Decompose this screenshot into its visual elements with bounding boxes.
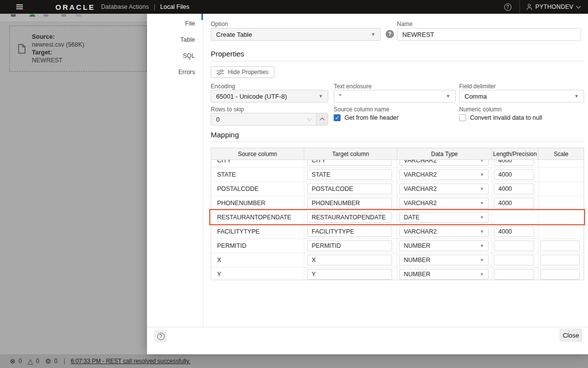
source-column-cell: POSTALCODE xyxy=(211,185,259,192)
convert-invalid-data-checkbox[interactable] xyxy=(459,114,466,121)
data-type-value: VARCHAR2 xyxy=(404,200,437,207)
table-row: STATE STATE VARCHAR2 ▼ 4000 xyxy=(211,168,584,182)
name-label: Name xyxy=(397,21,413,27)
field-delimiter-value: Comma xyxy=(465,93,487,100)
data-type-select[interactable]: VARCHAR2 ▼ xyxy=(399,226,489,237)
option-select[interactable]: Create Table ▼ xyxy=(211,28,381,41)
length-precision-input[interactable]: 4000 xyxy=(494,198,534,209)
length-precision-input[interactable]: 4000 xyxy=(494,184,534,194)
dropdown-caret-icon: ▼ xyxy=(480,243,484,248)
chevron-down-icon xyxy=(576,3,581,8)
card-target-value: NEWREST xyxy=(32,56,84,64)
rows-to-skip-stepper[interactable]: 0 xyxy=(211,113,328,126)
tab-errors[interactable]: Errors xyxy=(147,68,195,84)
errors-count-icon[interactable]: ⊗ xyxy=(10,358,16,365)
data-type-select[interactable]: VARCHAR2 ▼ xyxy=(399,160,489,166)
target-column-input[interactable]: X xyxy=(307,255,392,265)
dropdown-caret-icon: ▼ xyxy=(480,172,484,177)
data-type-select[interactable]: NUMBER ▼ xyxy=(399,255,489,265)
length-precision-input[interactable] xyxy=(494,255,534,265)
encoding-label: Encoding xyxy=(211,83,235,90)
table-row: PHONENUMBER PHONENUMBER VARCHAR2 ▼ 4000 xyxy=(211,196,584,210)
stepper-down-icon[interactable] xyxy=(307,116,312,121)
get-from-file-header-checkbox[interactable]: ✓ xyxy=(334,114,341,121)
length-precision-input[interactable]: 4000 xyxy=(494,169,534,180)
header-target-column: Target column xyxy=(304,148,397,159)
warnings-count-icon[interactable]: △ xyxy=(27,358,33,365)
tab-sql[interactable]: SQL xyxy=(147,52,195,68)
length-precision-input[interactable]: 4000 xyxy=(494,226,534,237)
target-column-input[interactable]: PHONENUMBER xyxy=(307,198,392,209)
data-type-select[interactable]: VARCHAR2 ▼ xyxy=(399,198,489,209)
dialog-footer-divider xyxy=(147,327,588,327)
product-title: Database Actions xyxy=(101,3,148,10)
user-name: PYTHONDEV xyxy=(536,3,573,10)
tab-file[interactable]: File xyxy=(147,20,195,36)
table-row: FACILITYTYPE FACILITYTYPE VARCHAR2 ▼ 400… xyxy=(211,225,584,239)
length-precision-input[interactable] xyxy=(494,269,534,280)
dropdown-caret-icon: ▼ xyxy=(371,32,375,37)
source-column-name-label: Source column name xyxy=(334,106,389,113)
file-icon xyxy=(18,44,26,54)
table-row: RESTAURANTOPENDATE RESTAURANTOPENDATE DA… xyxy=(211,210,584,225)
data-type-select[interactable]: NUMBER ▼ xyxy=(399,240,489,251)
dropdown-caret-icon: ▼ xyxy=(446,94,450,99)
dropdown-caret-icon: ▼ xyxy=(480,186,484,191)
table-name-input[interactable]: NEWREST xyxy=(397,28,581,41)
data-type-select[interactable]: VARCHAR2 ▼ xyxy=(399,184,489,194)
toolbar-icon-remnant xyxy=(75,14,81,17)
header-scale: Scale xyxy=(539,148,584,159)
warnings-count: 0 xyxy=(36,358,39,365)
statusbar-divider xyxy=(64,358,65,365)
card-source-label: Source: xyxy=(32,33,84,41)
text-enclosure-label: Text enclosure xyxy=(334,83,371,90)
data-type-select[interactable]: NUMBER ▼ xyxy=(399,269,489,280)
dialog-help-button[interactable]: ? xyxy=(154,330,167,342)
statusbar-message-link[interactable]: 6:07:33 PM - REST call resolved successf… xyxy=(71,358,190,365)
numeric-column-label: Numeric column xyxy=(459,106,502,113)
properties-heading: Properties xyxy=(211,50,244,58)
tab-table[interactable]: Table xyxy=(147,36,195,52)
source-column-cell: Y xyxy=(211,271,221,278)
data-load-card: Source: newrest.csv (568K) Target: NEWRE… xyxy=(9,26,147,72)
header-data-type: Data Type xyxy=(397,148,492,159)
data-type-select[interactable]: VARCHAR2 ▼ xyxy=(399,169,489,180)
close-button[interactable]: Close xyxy=(560,329,582,342)
source-column-cell: STATE xyxy=(211,171,236,178)
dropdown-caret-icon: ▼ xyxy=(480,215,484,220)
target-column-input[interactable]: CITY xyxy=(307,160,392,166)
target-column-input[interactable]: STATE xyxy=(307,169,392,180)
scrollbar-thumb[interactable] xyxy=(201,14,203,20)
option-value: Create Table xyxy=(216,31,252,38)
mapping-rule xyxy=(211,141,584,142)
scale-input[interactable] xyxy=(540,269,580,280)
encoding-select[interactable]: 65001 - Unicode (UTF-8) ▼ xyxy=(211,90,328,103)
target-column-input[interactable]: FACILITYTYPE xyxy=(307,226,392,237)
field-delimiter-select[interactable]: Comma ▼ xyxy=(459,90,584,103)
scale-input[interactable] xyxy=(540,240,580,251)
data-type-value: DATE xyxy=(404,214,419,221)
target-column-input[interactable]: POSTALCODE xyxy=(307,184,392,194)
data-type-select[interactable]: DATE ▼ xyxy=(399,212,489,223)
sidebar-divider xyxy=(203,14,203,327)
target-column-input[interactable]: RESTAURANTOPENDATE xyxy=(307,212,392,223)
target-column-input[interactable]: PERMITID xyxy=(307,240,392,251)
hamburger-menu-icon[interactable] xyxy=(16,4,23,9)
source-column-cell: CITY xyxy=(211,160,231,164)
scale-input[interactable] xyxy=(540,255,580,265)
hide-properties-button[interactable]: Hide Properties xyxy=(211,66,274,78)
target-column-input[interactable]: Y xyxy=(307,269,392,280)
mapping-heading: Mapping xyxy=(211,131,239,139)
length-precision-input[interactable] xyxy=(494,240,534,251)
sliders-icon xyxy=(217,69,224,75)
table-row: Y Y NUMBER ▼ xyxy=(211,267,584,280)
processes-count: 0 xyxy=(54,358,57,365)
stepper-up-button[interactable] xyxy=(316,113,328,125)
help-icon[interactable]: ? xyxy=(504,3,512,11)
option-help-icon[interactable]: ? xyxy=(386,30,394,38)
processes-gear-icon[interactable]: ⚙ xyxy=(45,358,51,365)
dialog-tab-list: File Table SQL Errors xyxy=(147,20,195,84)
user-menu[interactable]: PYTHONDEV xyxy=(520,3,588,10)
length-precision-input[interactable]: 4000 xyxy=(494,160,534,166)
text-enclosure-select[interactable]: " ▼ xyxy=(334,90,456,103)
